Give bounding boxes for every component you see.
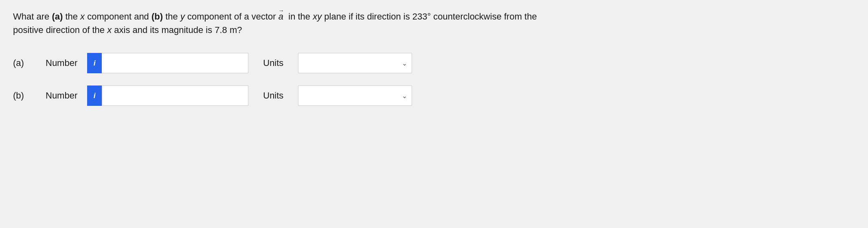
units-label-b: Units: [263, 90, 283, 101]
answer-row-a: (a) Number i Units m cm km ft in ⌄: [13, 53, 855, 73]
number-input-a[interactable]: [102, 53, 248, 73]
bold-b-label: (b): [151, 11, 163, 22]
question-line1: What are (a) the x component and (b) the…: [13, 11, 537, 22]
info-badge-a[interactable]: i: [87, 53, 102, 73]
question-line2: positive direction of the x axis and its…: [13, 25, 242, 35]
answer-row-b: (b) Number i Units m cm km ft in ⌄: [13, 86, 855, 106]
question-text: What are (a) the x component and (b) the…: [13, 10, 855, 37]
bold-a-label: (a): [52, 11, 63, 22]
number-input-b[interactable]: [102, 86, 248, 106]
vector-symbol: → a: [278, 10, 283, 23]
part-a-label: (a): [13, 58, 37, 68]
number-label-a: Number: [46, 58, 77, 68]
units-select-wrapper-b: m cm km ft in ⌄: [298, 86, 412, 106]
units-select-wrapper-a: m cm km ft in ⌄: [298, 53, 412, 73]
input-group-a: i: [87, 53, 248, 73]
units-label-a: Units: [263, 58, 283, 68]
units-select-b[interactable]: m cm km ft in: [298, 86, 412, 106]
units-select-a[interactable]: m cm km ft in: [298, 53, 412, 73]
input-group-b: i: [87, 86, 248, 106]
info-badge-b[interactable]: i: [87, 86, 102, 106]
part-b-label: (b): [13, 90, 37, 101]
number-label-b: Number: [46, 90, 77, 101]
